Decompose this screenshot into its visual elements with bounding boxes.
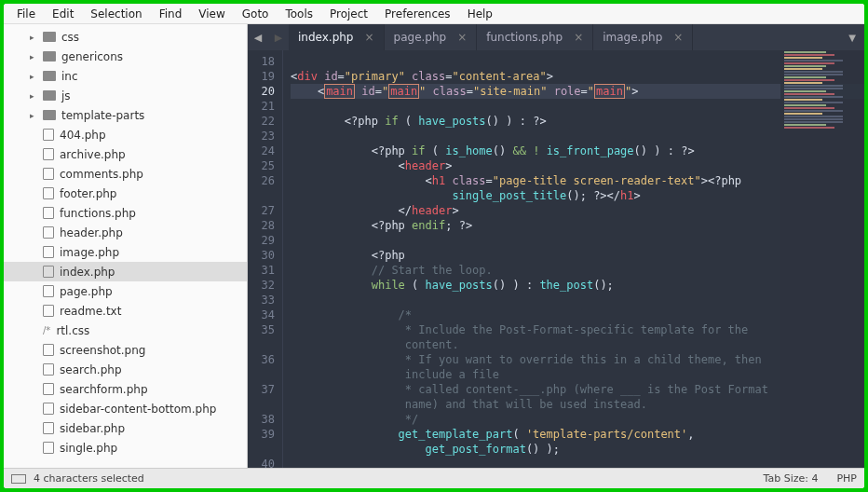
code-line[interactable] (291, 54, 864, 69)
menu-find[interactable]: Find (151, 5, 191, 23)
file-comments.php[interactable]: comments.php (4, 164, 247, 184)
tab-index-php[interactable]: index.php× (289, 24, 385, 50)
code-line[interactable]: * called content-___.php (where ___ is t… (291, 382, 864, 412)
file-icon (43, 285, 54, 297)
menu-preferences[interactable]: Preferences (376, 5, 459, 23)
code-line[interactable]: <?php endif; ?> (291, 218, 864, 233)
close-icon[interactable]: × (457, 31, 467, 44)
file-screenshot.png[interactable]: screenshot.png (4, 340, 247, 360)
file-footer.php[interactable]: footer.php (4, 184, 247, 203)
code-line[interactable]: </header> (291, 203, 864, 218)
code-line[interactable] (291, 457, 864, 468)
file-sidebar-content-bottom.php[interactable]: sidebar-content-bottom.php (4, 399, 247, 418)
menu-project[interactable]: Project (321, 5, 376, 23)
folder-icon (43, 90, 56, 101)
tree-label: css (61, 31, 79, 44)
file-image.php[interactable]: image.php (4, 242, 247, 262)
file-rtl.css[interactable]: /*rtl.css (4, 321, 247, 340)
folder-inc[interactable]: ▸inc (4, 66, 247, 86)
code-line[interactable]: /* (291, 308, 864, 322)
code-line[interactable]: * If you want to override this in a chil… (291, 352, 864, 382)
menu-goto[interactable]: Goto (234, 5, 278, 23)
sidebar[interactable]: ▸css▸genericons▸inc▸js▸template-parts404… (4, 24, 248, 468)
tab-label: functions.php (486, 31, 563, 44)
file-icon (43, 422, 54, 434)
chevron-right-icon: ▸ (30, 111, 41, 120)
tab-size-status[interactable]: Tab Size: 4 (764, 472, 819, 485)
nav-forward-icon[interactable]: ▶ (268, 24, 289, 50)
file-header.php[interactable]: header.php (4, 223, 247, 242)
folder-genericons[interactable]: ▸genericons (4, 47, 247, 66)
code-text[interactable]: <div id="primary" class="content-area"> … (283, 50, 864, 468)
file-searchform.php[interactable]: searchform.php (4, 379, 247, 399)
file-icon (43, 266, 54, 278)
close-icon[interactable]: × (574, 31, 583, 44)
tree-label: footer.php (60, 187, 116, 200)
tab-image-php[interactable]: image.php× (593, 24, 693, 50)
code-line[interactable]: * Include the Post-Format-specific templ… (291, 322, 864, 352)
nav-back-icon[interactable]: ◀ (248, 24, 268, 50)
tree-label: js (61, 89, 71, 102)
file-readme.txt[interactable]: readme.txt (4, 301, 247, 321)
tree-label: comments.php (60, 168, 143, 181)
menu-tools[interactable]: Tools (277, 5, 321, 23)
folder-template-parts[interactable]: ▸template-parts (4, 105, 247, 125)
menu-file[interactable]: File (8, 5, 44, 23)
file-icon: /* (43, 325, 50, 335)
file-archive.php[interactable]: archive.php (4, 144, 247, 164)
folder-js[interactable]: ▸js (4, 86, 247, 105)
menu-selection[interactable]: Selection (82, 5, 150, 23)
code-line[interactable]: */ (291, 412, 864, 427)
code-line[interactable]: <h1 class="page-title screen-reader-text… (291, 173, 864, 203)
file-icon (43, 344, 54, 356)
tree-label: sidebar-content-bottom.php (60, 403, 216, 416)
menu-edit[interactable]: Edit (44, 5, 82, 23)
file-single.php[interactable]: single.php (4, 438, 247, 458)
code-line[interactable]: <header> (291, 158, 864, 173)
tab-page-php[interactable]: page.php× (385, 24, 478, 50)
code-line[interactable] (291, 99, 864, 114)
code-line[interactable]: <div id="primary" class="content-area"> (291, 69, 864, 84)
file-search.php[interactable]: search.php (4, 360, 247, 379)
panel-toggle-icon[interactable] (11, 474, 26, 484)
menu-help[interactable]: Help (459, 5, 501, 23)
code-line[interactable]: <?php if ( have_posts() ) : ?> (291, 114, 864, 129)
code-line[interactable] (291, 233, 864, 248)
code-line[interactable]: get_template_part( 'template-parts/conte… (291, 427, 864, 457)
close-icon[interactable]: × (364, 31, 373, 44)
code-line[interactable]: while ( have_posts() ) : the_post(); (291, 278, 864, 293)
tab-functions-php[interactable]: functions.php× (477, 24, 593, 50)
code-line[interactable]: <?php (291, 248, 864, 263)
folder-css[interactable]: ▸css (4, 27, 247, 47)
file-functions.php[interactable]: functions.php (4, 203, 247, 223)
code-area[interactable]: 181920212223242526 272829303132333435 36… (248, 50, 864, 468)
file-page.php[interactable]: page.php (4, 281, 247, 301)
language-status[interactable]: PHP (836, 472, 857, 485)
chevron-right-icon: ▸ (30, 91, 41, 101)
tree-label: rtl.css (56, 324, 89, 337)
file-index.php[interactable]: index.php (4, 262, 247, 281)
tree-label: template-parts (61, 109, 144, 122)
tab-overflow-icon[interactable]: ▼ (840, 33, 864, 43)
menu-view[interactable]: View (190, 5, 233, 23)
tab-label: page.php (394, 31, 447, 44)
file-sidebar.php[interactable]: sidebar.php (4, 418, 247, 438)
code-line[interactable] (291, 293, 864, 308)
close-icon[interactable]: × (673, 31, 683, 44)
folder-icon (43, 32, 56, 42)
tab-label: image.php (603, 31, 662, 44)
tree-label: index.php (60, 266, 115, 279)
file-icon (43, 383, 54, 395)
code-line[interactable]: <main id="main" class="site-main" role="… (291, 84, 864, 99)
code-line[interactable] (291, 129, 864, 144)
file-icon (43, 246, 54, 258)
code-line[interactable]: // Start the loop. (291, 263, 864, 278)
file-404.php[interactable]: 404.php (4, 125, 247, 144)
minimap[interactable] (780, 50, 864, 468)
app-window: FileEditSelectionFindViewGotoToolsProjec… (4, 4, 864, 488)
tree-label: functions.php (60, 207, 136, 220)
file-icon (43, 442, 54, 454)
tree-label: single.php (60, 442, 117, 455)
file-icon (43, 187, 54, 199)
code-line[interactable]: <?php if ( is_home() && ! is_front_page(… (291, 144, 864, 158)
